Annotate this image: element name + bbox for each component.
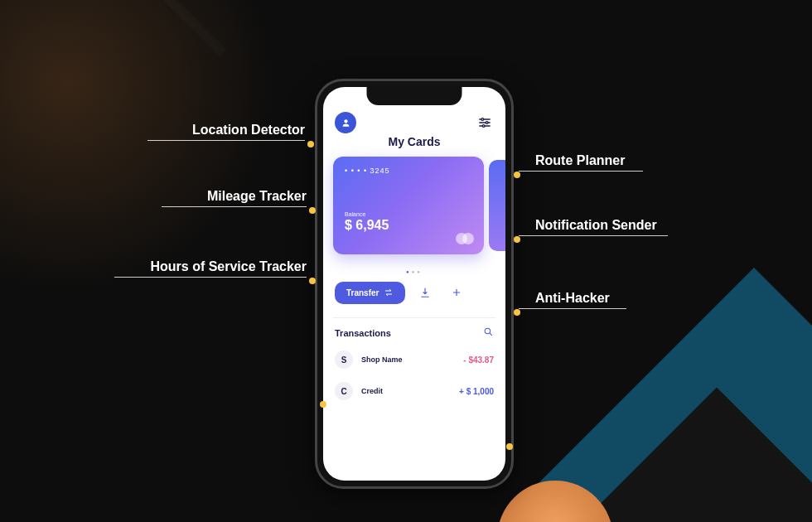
balance-label: Balance (345, 211, 472, 217)
tx-amount: - $43.87 (463, 355, 494, 365)
callout-dot (309, 278, 316, 284)
download-button[interactable] (413, 281, 437, 304)
tx-name: Credit (361, 387, 459, 395)
swap-icon (384, 288, 394, 297)
profile-button[interactable] (335, 112, 356, 133)
mastercard-icon (456, 233, 474, 244)
divider (333, 317, 495, 318)
transfer-button[interactable]: Transfer (335, 282, 405, 304)
tx-name: Shop Name (361, 355, 463, 364)
callout-location-detector: Location Detector (147, 123, 305, 141)
svg-point-6 (485, 328, 491, 334)
plus-icon (451, 287, 462, 298)
callout-dot (307, 141, 314, 147)
card-number: • • • • 3245 (345, 167, 472, 175)
card-pagination[interactable]: ●●● (323, 264, 505, 281)
callout-dot (514, 236, 520, 243)
page-title: My Cards (323, 135, 505, 148)
callout-mileage-tracker: Mileage Tracker (162, 189, 307, 207)
transaction-row[interactable]: SShop Name- $43.87 (323, 344, 505, 375)
callout-hours-of-service: Hours of Service Tracker (114, 259, 307, 278)
phone-screen: My Cards • • • • 3245 Balance $ 6,945 ●●… (323, 87, 505, 481)
transfer-label: Transfer (346, 288, 379, 297)
next-card-peek[interactable] (489, 160, 505, 251)
download-icon (419, 287, 431, 298)
callout-dot (309, 207, 316, 214)
svg-point-3 (486, 122, 488, 124)
callout-dot (514, 172, 520, 178)
phone-notch (367, 87, 462, 105)
search-icon (483, 326, 494, 337)
add-button[interactable] (445, 281, 468, 304)
svg-line-7 (490, 333, 492, 336)
callout-notification-sender: Notification Sender (535, 218, 668, 236)
search-button[interactable] (483, 326, 494, 339)
user-icon (341, 118, 351, 128)
sliders-icon (478, 117, 491, 128)
callout-dot (506, 443, 513, 450)
tx-initial: C (335, 382, 353, 400)
transaction-row[interactable]: CCredit+ $ 1,000 (323, 375, 505, 407)
callout-route-planner: Route Planner (535, 153, 643, 172)
callout-dot (320, 401, 326, 408)
svg-point-1 (481, 118, 484, 121)
primary-card[interactable]: • • • • 3245 Balance $ 6,945 (333, 157, 484, 254)
balance-value: $ 6,945 (345, 218, 472, 233)
transactions-title: Transactions (335, 328, 391, 338)
callout-anti-hacker: Anti-Hacker (535, 291, 626, 309)
tx-initial: S (335, 350, 353, 369)
callout-dot (514, 309, 520, 316)
settings-button[interactable] (476, 114, 494, 132)
bg-chevron (0, 0, 227, 202)
phone-frame: My Cards • • • • 3245 Balance $ 6,945 ●●… (315, 79, 514, 489)
tx-amount: + $ 1,000 (459, 387, 494, 396)
svg-point-5 (482, 125, 485, 128)
